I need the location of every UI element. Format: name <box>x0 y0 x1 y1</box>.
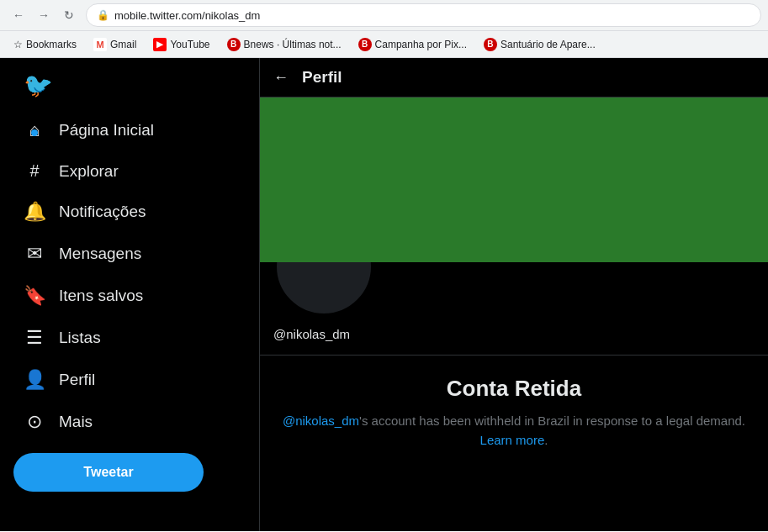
home-icon-wrap: ⌂ <box>24 119 45 141</box>
profile-icon: 👤 <box>24 369 45 391</box>
twitter-logo[interactable]: 🐦 <box>13 65 246 106</box>
notifications-icon: 🔔 <box>24 201 45 223</box>
saved-label: Itens salvos <box>59 287 143 305</box>
sidebar-item-notifications[interactable]: 🔔 Notificações <box>13 191 246 233</box>
more-icon: ⊙ <box>24 411 45 433</box>
browser-toolbar: ← → ↻ 🔒 mobile.twitter.com/nikolas_dm <box>0 0 768 30</box>
messages-label: Mensagens <box>59 245 141 263</box>
campanha-label: Campanha por Pix... <box>375 39 467 50</box>
gmail-label: Gmail <box>110 39 136 50</box>
bookmarks-bar: ☆ Bookmarks M Gmail ▶ YouTube B Bnews · … <box>0 30 768 57</box>
profile-header-bar: ← Perfil <box>260 58 768 97</box>
sidebar-item-home[interactable]: ⌂ Página Inicial <box>13 109 246 151</box>
saved-icon: 🔖 <box>24 285 45 307</box>
bookmarks-label: Bookmarks <box>26 39 77 50</box>
withheld-title: Conta Retida <box>273 376 755 402</box>
bookmark-gmail[interactable]: M Gmail <box>87 36 143 53</box>
bookmark-santuario[interactable]: B Santuário de Apare... <box>477 36 602 53</box>
lists-icon: ☰ <box>24 327 45 349</box>
bookmark-campanha[interactable]: B Campanha por Pix... <box>352 36 474 53</box>
forward-button[interactable]: → <box>32 3 56 27</box>
username: @nikolas_dm <box>273 327 755 341</box>
browser-nav-buttons: ← → ↻ <box>7 3 81 27</box>
sidebar-item-explore[interactable]: # Explorar <box>13 151 246 191</box>
browser-chrome: ← → ↻ 🔒 mobile.twitter.com/nikolas_dm ☆ … <box>0 0 768 58</box>
star-icon: ☆ <box>13 39 23 50</box>
sidebar: 🐦 ⌂ Página Inicial # Explorar 🔔 Notifica… <box>0 58 259 531</box>
sidebar-item-messages[interactable]: ✉ Mensagens <box>13 233 246 275</box>
explore-icon: # <box>24 161 45 181</box>
twitter-bird-icon: 🐦 <box>24 72 53 98</box>
back-button[interactable]: ← <box>7 3 30 27</box>
profile-label: Perfil <box>59 371 95 389</box>
youtube-favicon: ▶ <box>153 38 167 51</box>
lock-icon: 🔒 <box>97 9 109 21</box>
campanha-favicon: B <box>358 38 372 51</box>
lists-label: Listas <box>59 329 101 347</box>
bookmark-youtube[interactable]: ▶ YouTube <box>146 36 216 53</box>
profile-header-title: Perfil <box>302 68 342 87</box>
refresh-button[interactable]: ↻ <box>57 3 81 27</box>
main-content: ← Perfil @nikolas_dm Conta Retida @nikol… <box>259 58 768 531</box>
bookmarks-star-item[interactable]: ☆ Bookmarks <box>7 37 83 52</box>
learn-more-link[interactable]: Learn more <box>480 433 545 447</box>
cover-photo <box>260 97 768 262</box>
withheld-period: . <box>544 433 548 447</box>
withheld-text-body: 's account has been withheld in Brazil i… <box>359 413 745 428</box>
sidebar-item-saved[interactable]: 🔖 Itens salvos <box>13 275 246 317</box>
tweet-button[interactable]: Tweetar <box>13 453 204 492</box>
back-arrow-button[interactable]: ← <box>273 69 289 87</box>
home-dot <box>31 129 38 136</box>
sidebar-item-more[interactable]: ⊙ Mais <box>13 401 246 443</box>
address-bar[interactable]: 🔒 mobile.twitter.com/nikolas_dm <box>86 3 761 27</box>
home-label: Página Inicial <box>59 121 154 140</box>
youtube-label: YouTube <box>170 39 209 50</box>
santuario-favicon: B <box>484 38 497 51</box>
sidebar-item-profile[interactable]: 👤 Perfil <box>13 359 246 401</box>
withheld-text: @nikolas_dm's account has been withheld … <box>273 412 755 450</box>
withheld-section: Conta Retida @nikolas_dm's account has b… <box>260 355 768 470</box>
bnews-favicon: B <box>227 38 241 51</box>
url-text: mobile.twitter.com/nikolas_dm <box>114 9 750 22</box>
notifications-label: Notificações <box>59 203 146 221</box>
gmail-favicon: M <box>93 38 107 51</box>
more-label: Mais <box>59 413 93 431</box>
explore-label: Explorar <box>59 162 119 181</box>
withheld-username-link[interactable]: @nikolas_dm <box>283 413 359 428</box>
bookmark-bnews[interactable]: B Bnews · Últimas not... <box>220 36 348 53</box>
santuario-label: Santuário de Apare... <box>501 39 596 50</box>
sidebar-item-lists[interactable]: ☰ Listas <box>13 317 246 359</box>
messages-icon: ✉ <box>24 243 45 265</box>
bnews-label: Bnews · Últimas not... <box>244 39 342 50</box>
app-container: 🐦 ⌂ Página Inicial # Explorar 🔔 Notifica… <box>0 58 768 531</box>
